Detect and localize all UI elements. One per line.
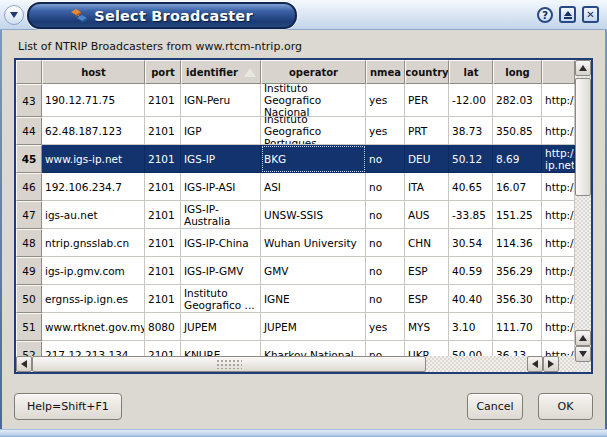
cell-operator: Instituto Geografico Portugues [261,117,366,145]
cell-operator: UNSW-SSIS [261,201,366,229]
left-arrow-icon [532,360,538,368]
row-number[interactable]: 52 [16,341,42,356]
table-body: 43 190.12.71.75 2101 IGN-Peru Instituto … [16,84,575,356]
cell-identifier: IGS-IP [181,145,261,173]
row-number[interactable]: 46 [16,173,42,201]
left-arrow-icon [21,360,27,368]
app-icon [71,8,87,24]
cell-operator: IGNE [261,285,366,313]
select-broadcaster-dialog: Select Broadcaster ? ✕ List of NTRIP Bro… [0,0,607,437]
cell-long: 36.13 [493,341,542,356]
sort-ascending-icon [244,68,256,77]
cell-nmea: no [366,173,405,201]
table-row[interactable]: 49 igs-ip.gmv.com 2101 IGS-IP-GMV GMV no… [16,257,575,285]
cell-nmea: no [366,145,405,173]
window-menu-button[interactable] [4,5,24,25]
cell-nmea: yes [366,313,405,341]
cell-nmea: yes [366,117,405,145]
titlebar-help-button[interactable]: ? [537,7,553,23]
column-header-operator[interactable]: operator [261,60,366,84]
scroll-right-button[interactable] [543,356,559,372]
cell-country: MYS [405,313,449,341]
cell-country: DEU [405,145,449,173]
column-header-long[interactable]: long [493,60,542,84]
row-number[interactable]: 47 [16,201,42,229]
cell-nmea: yes [366,84,405,117]
cell-lat: 3.10 [449,313,493,341]
row-number[interactable]: 50 [16,285,42,313]
cell-lat: -12.00 [449,84,493,117]
cell-nmea: no [366,201,405,229]
table-row[interactable]: 48 ntrip.gnsslab.cn 2101 IGS-IP-China Wu… [16,229,575,257]
cell-identifier: Instituto Geografico ... [181,285,261,313]
column-header-country[interactable]: country [405,60,449,84]
table-row[interactable]: 47 igs-au.net 2101 IGS-IP-Australia UNSW… [16,201,575,229]
titlebar-buttons: ? ✕ [537,6,599,23]
cell-lat: 50.00 [449,341,493,356]
cell-long: 350.85 [493,117,542,145]
table-row[interactable]: 52 217.12.213.134 2101 KNURE Kharkov Nat… [16,341,575,356]
scroll-up-button[interactable] [575,60,591,76]
cell-host: igs-au.net [42,201,145,229]
table-grid: host port identifier operator nmea count… [16,60,575,372]
table-row[interactable]: 51 www.rtknet.gov.my 8080 JUPEM JUPEM ye… [16,313,575,341]
cell-lat: 40.65 [449,173,493,201]
column-header-rownum[interactable] [16,60,42,84]
cell-long: 8.69 [493,145,542,173]
column-header-host[interactable]: host [42,60,145,84]
row-number[interactable]: 45 [16,145,42,173]
table-row-selected[interactable]: 45 www.igs-ip.net 2101 IGS-IP BKG no DEU… [16,145,575,173]
table-row[interactable]: 46 192.106.234.7 2101 IGS-IP-ASI ASI no … [16,173,575,201]
cell-operator: GMV [261,257,366,285]
shade-icon [564,11,572,16]
v-scroll-thumb[interactable] [575,78,591,196]
column-header-identifier[interactable]: identifier [181,60,261,84]
shade-button[interactable] [559,6,576,23]
help-button[interactable]: Help=Shift+F1 [14,393,122,420]
v-scrollbar[interactable] [575,60,591,372]
cell-url: http://i [542,84,575,117]
question-icon: ? [542,9,548,21]
table-row[interactable]: 50 ergnss-ip.ign.es 2101 Instituto Geogr… [16,285,575,313]
table-row[interactable]: 43 190.12.71.75 2101 IGN-Peru Instituto … [16,84,575,117]
column-header-url[interactable] [542,60,575,84]
column-header-port[interactable]: port [145,60,181,84]
cell-port: 2101 [145,229,181,257]
column-header-lat[interactable]: lat [449,60,493,84]
ok-button[interactable]: OK [538,393,593,420]
cell-host: www.rtknet.gov.my [42,313,145,341]
up-arrow-icon [579,65,587,71]
table-row[interactable]: 44 62.48.187.123 2101 IGP Instituto Geog… [16,117,575,145]
cell-port: 2101 [145,173,181,201]
scroll-left-button[interactable] [16,356,32,372]
cell-host: 62.48.187.123 [42,117,145,145]
cell-country: ESP [405,257,449,285]
row-number[interactable]: 51 [16,313,42,341]
broadcaster-table: host port identifier operator nmea count… [14,58,593,374]
intro-label: List of NTRIP Broadcasters from www.rtcm… [18,40,302,53]
cancel-button[interactable]: Cancel [467,393,523,420]
cell-operator: Kharkov National [261,341,366,356]
cell-host: ergnss-ip.ign.es [42,285,145,313]
row-number[interactable]: 49 [16,257,42,285]
row-number[interactable]: 48 [16,229,42,257]
h-scroll-thumb[interactable] [32,356,426,372]
scroll-down-button[interactable] [575,346,591,362]
cell-port: 2101 [145,84,181,117]
row-number[interactable]: 44 [16,117,42,145]
scroll-left-button-2[interactable] [527,356,543,372]
close-button[interactable]: ✕ [582,6,599,23]
cell-lat: -33.85 [449,201,493,229]
cell-identifier: IGS-IP-GMV [181,257,261,285]
cell-identifier: IGP [181,117,261,145]
column-header-nmea[interactable]: nmea [366,60,405,84]
row-number[interactable]: 43 [16,84,42,117]
scroll-up-button-2[interactable] [575,330,591,346]
cell-url: http://w [542,201,575,229]
close-icon: ✕ [586,9,594,20]
cell-operator: Wuhan University [261,229,366,257]
cell-port: 2101 [145,257,181,285]
cell-port: 2101 [145,117,181,145]
window-title-tab[interactable]: Select Broadcaster [27,2,297,29]
h-scrollbar[interactable] [16,356,575,372]
